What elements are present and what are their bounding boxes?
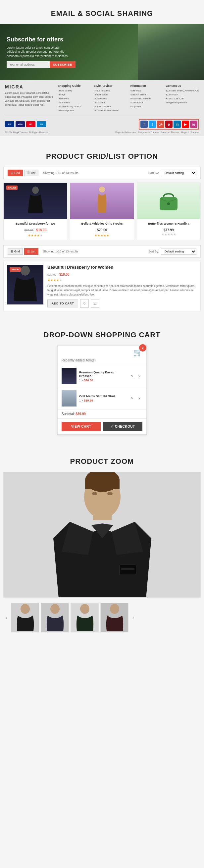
add-to-cart-button[interactable]: ADD TO CART — [47, 300, 78, 307]
instagram-icon[interactable]: ig — [190, 121, 197, 128]
cart-item-1-image — [62, 368, 76, 384]
footer-link[interactable]: › Additional Information — [94, 108, 127, 113]
product-grid-section: PRODUCT GRID/LIST OPTION ⊞ Grid ☰ List S… — [0, 143, 204, 321]
footer-link[interactable]: › Suppliers — [130, 105, 163, 108]
footer-link[interactable]: › Shipment — [58, 101, 91, 105]
price-area-1: $20.00 $18.00 — [5, 227, 65, 232]
stars-2: ★★★★★ — [72, 234, 132, 237]
footer-bottom: PP VISA MC AE f t g+ p in ▶ ig — [5, 116, 199, 129]
wishlist-button[interactable]: ♡ — [80, 299, 89, 308]
price-area-2: $20.00 — [72, 227, 132, 232]
sort-area: Sort By: Default sorting — [148, 169, 196, 176]
thumbnail-strip: ‹ — [0, 601, 204, 634]
list-item-content: Beautiful Dressberry for Women $20.00 $1… — [47, 265, 197, 308]
list-item: SALE! Beautiful Dressberry for Women $20… — [3, 261, 201, 311]
list-sort-select[interactable]: Default sorting — [161, 248, 196, 255]
zoom-section: PRODUCT ZOOM — [0, 448, 204, 641]
email-input[interactable] — [7, 61, 50, 68]
hero-heading: Subscribe for offers — [7, 36, 197, 43]
cart-edit-1-button[interactable]: ✎ — [129, 373, 135, 379]
thumbnail-2[interactable] — [41, 602, 69, 632]
footer-copyright-area: © 2014 MagikThemes. All Rights Reserved.… — [5, 131, 199, 133]
product-grid: SALE! Beautiful Dressberry for Wo $20.00… — [0, 183, 204, 240]
product-card-3: Butterflies Women's Handb a $77.99 ★★★★★ — [137, 183, 201, 240]
svg-point-11 — [107, 492, 112, 495]
email-social-title: EMAIL & SOCIAL SHARING — [0, 0, 204, 24]
list-grid-view-button[interactable]: ⊞ Grid — [8, 248, 23, 255]
footer-link[interactable]: › Information — [94, 93, 127, 97]
footer-link[interactable]: › Orders history — [94, 105, 127, 108]
facebook-icon[interactable]: f — [140, 121, 148, 128]
visa-icon: VISA — [15, 121, 25, 127]
subtotal-value: $39.99 — [75, 412, 86, 416]
checkmark-icon: ✓ — [111, 425, 113, 428]
compare-button[interactable]: ⇄ — [91, 299, 99, 308]
next-thumb-button[interactable]: › — [130, 615, 136, 621]
style-adviser-heading: Style Adviser — [94, 84, 127, 88]
google-plus-icon[interactable]: g+ — [157, 121, 164, 128]
subscribe-button[interactable]: SUBSCRIBE — [50, 61, 75, 68]
product-card-2: Bells & Whistles Girls Frocks $20.00 ★★★… — [70, 183, 134, 240]
price-3: $77.99 — [164, 228, 174, 232]
cart-item-2-price: $19.99 — [84, 399, 93, 402]
list-grid-label: Grid — [14, 250, 20, 253]
pinterest-icon[interactable]: p — [165, 121, 173, 128]
list-list-label: List — [31, 250, 35, 253]
cart-action-buttons: VIEW CART ✓ CHECKOUT — [58, 419, 146, 434]
man-svg — [4, 472, 201, 598]
list-view-toggles: ⊞ Grid ☰ List Showing 1-10 of 13 results — [8, 248, 78, 255]
view-cart-button[interactable]: VIEW CART — [62, 422, 101, 431]
product-card-1: SALE! Beautiful Dressberry for Wo $20.00… — [3, 183, 67, 240]
sort-label: Sort By: — [148, 171, 159, 175]
paypal-icon: PP — [5, 121, 14, 127]
footer-link[interactable]: › Where is my order? — [58, 105, 91, 108]
svg-point-0 — [32, 187, 39, 194]
footer-link[interactable]: › Payment — [58, 97, 91, 101]
copyright-text: © 2014 MagikThemes. All Rights Reserved. — [5, 131, 50, 133]
footer-description: Lorem ipsum dolor sit amet, consectetur … — [5, 91, 55, 107]
list-view-button[interactable]: ☰ List — [24, 169, 38, 176]
product-name-1: Beautiful Dressberry for Wo — [5, 222, 65, 225]
checkout-button[interactable]: ✓ CHECKOUT — [103, 422, 142, 431]
youtube-icon[interactable]: ▶ — [182, 121, 189, 128]
grid-view-button[interactable]: ⊞ Grid — [8, 169, 23, 176]
cart-item-1-info: Premium Quality Eavan Dresses 1 × $20.00 — [79, 370, 127, 382]
sort-select[interactable]: Default sorting — [161, 169, 196, 176]
cart-item-2: Colt Men's Slim Fit Shirt 1 × $19.99 ✎ ✕ — [58, 387, 146, 409]
footer-information: Information › Site Map › Search Terms › … — [130, 84, 163, 113]
linkedin-icon[interactable]: in — [173, 121, 181, 128]
footer-link[interactable]: › FAQs — [58, 93, 91, 97]
cart-title: DROP-DOWN SHOPPING CART — [0, 321, 204, 345]
cart-remove-1-button[interactable]: ✕ — [136, 373, 142, 379]
twitter-icon[interactable]: t — [149, 121, 156, 128]
footer-link[interactable]: › How to Buy — [58, 89, 91, 93]
thumbnail-4[interactable] — [100, 602, 129, 632]
svg-point-10 — [92, 492, 97, 495]
thumbnail-3[interactable] — [71, 602, 99, 632]
prev-thumb-button[interactable]: ‹ — [3, 615, 9, 621]
footer-link[interactable]: › Advanced Search — [130, 97, 163, 101]
thumb1-svg — [11, 603, 39, 632]
footer-link[interactable]: › Search Terms — [130, 93, 163, 97]
thumbnail-1[interactable] — [11, 602, 39, 632]
footer-link[interactable]: › Discount — [94, 101, 127, 105]
product-name-3: Butterflies Women's Handb a — [139, 222, 199, 225]
footer-link[interactable]: › Contact Us — [130, 101, 163, 105]
list-actions: ADD TO CART ♡ ⇄ — [47, 299, 197, 308]
cart-icon-button[interactable]: 🛒 2 — [133, 348, 142, 357]
footer-link[interactable]: › Your Account — [94, 89, 127, 93]
footer-link[interactable]: › Return policy — [58, 108, 91, 113]
grid-icon: ⊞ — [10, 171, 13, 175]
list-list-view-button[interactable]: ☰ List — [24, 248, 38, 255]
svg-point-1 — [99, 187, 105, 192]
cart-edit-2-button[interactable]: ✎ — [129, 395, 135, 401]
cart-item-2-info: Colt Men's Slim Fit Shirt 1 × $19.99 — [79, 394, 127, 402]
thumb4-svg — [101, 603, 129, 632]
svg-point-4 — [21, 266, 30, 276]
cart-remove-2-button[interactable]: ✕ — [136, 395, 142, 401]
footer-link[interactable]: › Addresses — [94, 97, 127, 101]
footer-link[interactable]: › Site Map — [130, 89, 163, 93]
list-price-old: $20.00 — [47, 273, 57, 276]
footer-area: MICRA Lorem ipsum dolor sit amet, consec… — [0, 80, 204, 136]
cart-dropdown: 🛒 2 Recently added item(s) Premium Quali… — [57, 345, 147, 435]
